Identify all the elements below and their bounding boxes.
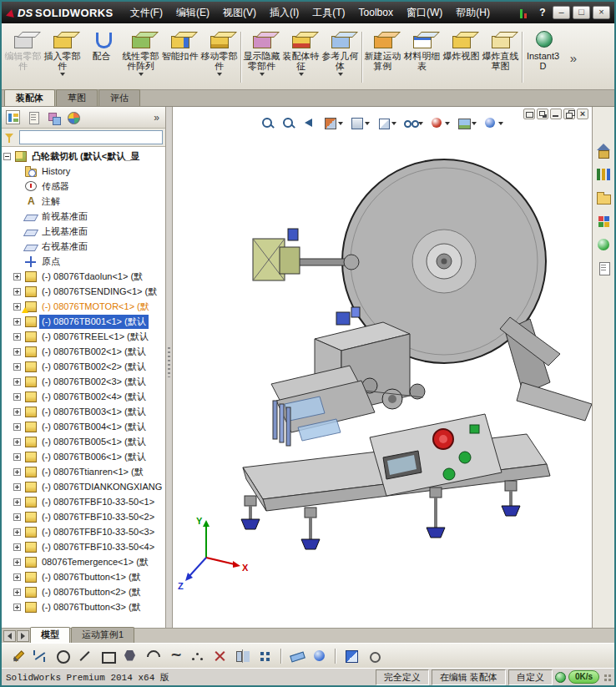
tree-item[interactable]: 凸轮裁切机 (默认<默认_显 [2,149,165,164]
reference-geometry-button[interactable]: 参考几何体 [321,25,360,89]
tree-item[interactable]: (-) 08076TFBF10-33-50<4> [2,539,165,554]
tree-item[interactable]: (-) 08076TB002<4> (默认 [2,389,165,404]
status-editing-assembly[interactable]: 在编辑 装配体 [432,669,506,685]
expand-toggle-icon[interactable] [13,423,21,431]
expand-toggle-icon[interactable] [13,558,21,566]
view-settings-icon[interactable] [483,116,504,130]
view-palette-icon[interactable] [596,214,612,230]
menu-item[interactable]: 插入(I) [263,2,305,23]
panel-splitter[interactable] [166,107,173,628]
expand-toggle-icon[interactable] [13,483,21,491]
tree-item[interactable]: (-) 08076TMOTOR<1> (默 [2,299,165,314]
tree-item[interactable]: (-) 08076TB003<1> (默认 [2,404,165,419]
toolbar-overflow-button[interactable]: » [563,25,584,89]
tree-item[interactable]: (-) 08076TFBF10-33-50<2> [2,509,165,524]
design-library-icon[interactable] [596,167,612,183]
smart-dimension-icon[interactable] [33,649,48,664]
tree-filter-input[interactable] [19,130,163,144]
tree-item[interactable]: (-) 08076Ttianren<1> (默 [2,464,165,479]
tree-item[interactable]: (-) 08076TSENDING<1> (默 [2,284,165,299]
status-customize-menu[interactable]: 自定义 [508,669,553,685]
appearances-scenes-icon[interactable] [596,237,612,253]
tree-item[interactable]: 原点 [2,254,165,269]
tree-item[interactable]: 前视基准面 [2,209,165,224]
mate-button[interactable]: 配合 [82,25,121,89]
tree-item[interactable]: History [2,164,165,179]
menu-item[interactable]: 文件(F) [124,2,169,23]
solidworks-resources-icon[interactable] [596,144,612,159]
move-component-button[interactable]: 移动零部件 [199,25,239,89]
exploded-view-button[interactable]: 爆炸视图 [442,25,481,89]
tree-item[interactable]: (-) 08076TB005<1> (默认 [2,434,165,449]
expand-toggle-icon[interactable] [13,573,21,581]
expand-toggle-icon[interactable] [13,543,21,551]
linear-sketch-pattern-icon[interactable] [258,649,273,664]
instant3d-button[interactable]: Instant3D [523,25,563,89]
propertymanager-tab-icon[interactable] [26,110,40,124]
tab-scroll-right-button[interactable] [17,630,29,642]
display-style-icon[interactable] [376,116,397,130]
tab-sketch[interactable]: 草图 [56,89,98,106]
doc-minimize-icon[interactable] [550,109,562,119]
tree-item[interactable]: (-) 08076TB002<3> (默认 [2,374,165,389]
tab-assembly[interactable]: 装配体 [4,89,55,106]
expand-toggle-icon[interactable] [13,363,21,371]
tree-item[interactable]: (-) 08076TB002<2> (默认 [2,359,165,374]
expand-toggle-icon[interactable] [13,498,21,506]
options-icon[interactable] [366,649,381,664]
resize-grip[interactable] [602,671,612,683]
expand-toggle-icon[interactable] [13,513,21,521]
maximize-button[interactable]: □ [573,6,590,19]
measure-icon[interactable] [290,649,305,664]
section-view-icon[interactable] [323,116,344,130]
explode-line-sketch-button[interactable]: 爆炸直线草图 [481,25,520,89]
hide-show-items-icon[interactable] [403,116,424,130]
expand-toggle-icon[interactable] [13,318,21,326]
point-icon[interactable] [190,649,205,664]
help-button[interactable]: ? [535,7,550,18]
menu-item[interactable]: 编辑(E) [169,2,216,23]
filter-funnel-icon[interactable] [4,132,16,144]
mass-properties-icon[interactable] [312,649,327,664]
rectangle-icon[interactable] [100,649,115,664]
apply-scene-icon[interactable] [457,116,477,130]
view-orientation-icon[interactable] [350,116,371,130]
tab-evaluate[interactable]: 评估 [98,89,140,106]
doc-restore-icon[interactable] [563,109,575,119]
expand-toggle-icon[interactable] [13,588,21,596]
linear-component-pattern-button[interactable]: 线性零部件阵列 [121,25,160,89]
menu-item[interactable]: 视图(V) [216,2,263,23]
close-button[interactable]: × [593,6,610,19]
menu-item[interactable]: 工具(T) [305,2,351,23]
minimize-button[interactable]: – [553,6,570,19]
tree-item[interactable]: 注解 [2,194,165,209]
expand-toggle-icon[interactable] [13,333,21,341]
expand-toggle-icon[interactable] [13,408,21,416]
smart-fasteners-button[interactable]: 智能扣件 [160,25,199,89]
expand-toggle-icon[interactable] [3,153,11,160]
mirror-entities-icon[interactable] [235,649,250,664]
custom-properties-icon[interactable] [596,260,612,276]
spline-icon[interactable] [168,649,183,664]
sketch-icon[interactable] [10,649,25,664]
menu-item[interactable]: 帮助(H) [449,2,497,23]
menu-item[interactable]: Toolbox [352,2,400,23]
toolbar-separator[interactable] [280,649,282,664]
tree-item[interactable]: 右视基准面 [2,239,165,254]
circle-icon[interactable] [55,649,70,664]
status-fully-defined[interactable]: 完全定义 [376,669,429,685]
tree-item[interactable]: (-) 08076Tbutton<3> (默 [2,599,165,614]
graphics-area[interactable]: Y X Z [173,107,592,628]
tree-item[interactable]: 上视基准面 [2,224,165,239]
edit-appearance-icon[interactable] [430,116,451,130]
show-hidden-components-button[interactable]: 显示隐藏零部件 [242,25,281,89]
insert-components-button[interactable]: 插入零部件 [43,25,82,89]
globe-icon[interactable] [555,672,566,683]
doc-tile-icon[interactable] [537,109,548,119]
tree-item[interactable]: (-) 08076TB002<1> (默认 [2,344,165,359]
zoom-area-icon[interactable] [281,116,296,130]
tree-item[interactable]: (-) 08076TB006<1> (默认 [2,449,165,464]
edit-component-button[interactable]: 编辑零部件 [3,25,43,89]
expand-toggle-icon[interactable] [13,604,21,611]
polygon-icon[interactable] [123,649,138,664]
